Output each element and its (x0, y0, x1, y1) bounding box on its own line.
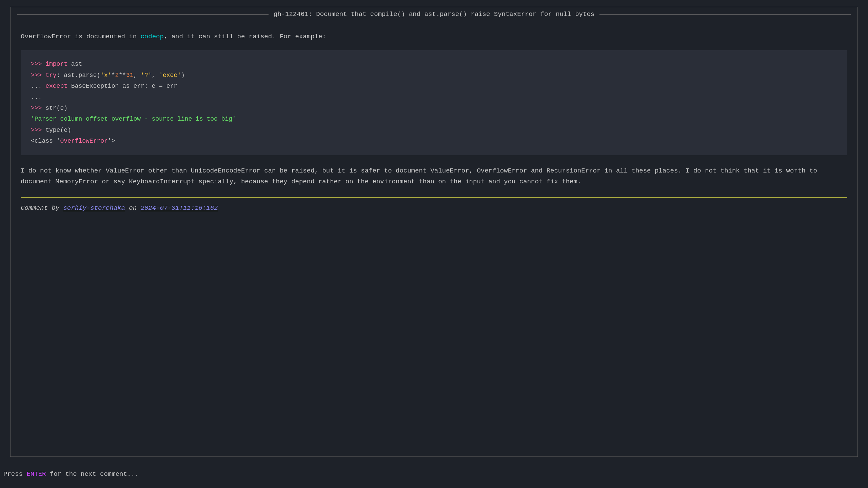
header-line-right (599, 14, 851, 15)
comment-body: OverflowError is documented in codeop, a… (11, 21, 857, 222)
comment-box: gh-122461: Document that compile() and a… (10, 7, 858, 457)
kw-except: except (45, 83, 67, 89)
type-e-call: type(e) (45, 127, 71, 134)
code-line-3: ... except BaseException as err: e = err (31, 81, 837, 92)
kw-as: as (122, 83, 130, 89)
kw-import: import (45, 61, 67, 67)
code-line-6: 'Parser column offset overflow - source … (31, 114, 837, 124)
codeop-link[interactable]: codeop (140, 33, 163, 40)
header-title: gh-122461: Document that compile() and a… (274, 11, 594, 18)
pow: ** (119, 72, 126, 79)
prompt-7: >>> (31, 127, 45, 134)
try-colon: : ast.parse( (57, 72, 101, 79)
code-line-2: >>> try: ast.parse('x'*2**31, '?', 'exec… (31, 70, 837, 81)
comment-footer: Comment by serhiy-storchaka on 2024-07-3… (21, 197, 847, 215)
code-line-8: <class 'OverflowError'> (31, 136, 837, 146)
prompt-3: ... (31, 83, 45, 89)
class-close: '> (108, 138, 115, 144)
err-assign: err: e = err (130, 83, 177, 89)
code-line-5: >>> str(e) (31, 103, 837, 114)
mul: * (112, 72, 115, 79)
str-exec: 'exec' (159, 72, 181, 79)
prompt-1: >>> (31, 61, 45, 67)
rparen: ) (181, 72, 185, 79)
code-block: >>> import ast >>> try: ast.parse('x'*2*… (21, 50, 847, 155)
prompt-2: >>> (31, 72, 45, 79)
str-x: 'x' (100, 72, 111, 79)
comma1: , (134, 72, 141, 79)
code-line-7: >>> type(e) (31, 125, 837, 136)
str-e-call: str(e) (45, 105, 67, 111)
author-link[interactable]: serhiy-storchaka (63, 204, 125, 212)
overflow-error: OverflowError (60, 138, 107, 144)
code-line-4: ... (31, 92, 837, 103)
space-before-date (137, 204, 140, 212)
mod-ast: ast (67, 61, 82, 67)
prompt-5: >>> (31, 105, 45, 111)
date-link[interactable]: 2024-07-31T11:16:16Z (141, 204, 218, 212)
enter-key: ENTER (26, 470, 46, 478)
output-string: 'Parser column offset overflow - source … (31, 116, 236, 122)
code-line-1: >>> import ast (31, 59, 837, 69)
header-line-left (17, 14, 269, 15)
num-31: 31 (126, 72, 134, 79)
press-text: Press (3, 470, 23, 478)
prompt-4: ... (31, 94, 42, 101)
base-exc: BaseException (67, 83, 122, 89)
str-q: '?' (141, 72, 152, 79)
comma2: , (152, 72, 159, 79)
bottom-bar: Press ENTER for the next comment... (0, 464, 868, 488)
class-open: <class ' (31, 138, 60, 144)
intro-after: , and it can still be raised. For exampl… (164, 33, 326, 40)
main-container: gh-122461: Document that compile() and a… (0, 0, 868, 488)
kw-try: try (45, 72, 56, 79)
body-paragraph: I do not know whether ValueError other t… (21, 165, 847, 187)
comment-header: gh-122461: Document that compile() and a… (11, 7, 857, 21)
comment-by-label: Comment by (21, 204, 59, 212)
num-2: 2 (115, 72, 119, 79)
intro-text: OverflowError is documented in codeop, a… (21, 32, 847, 42)
on-word: on (129, 204, 137, 212)
rest-label: for the next comment... (50, 470, 139, 478)
intro-before: OverflowError is documented in (21, 33, 140, 40)
